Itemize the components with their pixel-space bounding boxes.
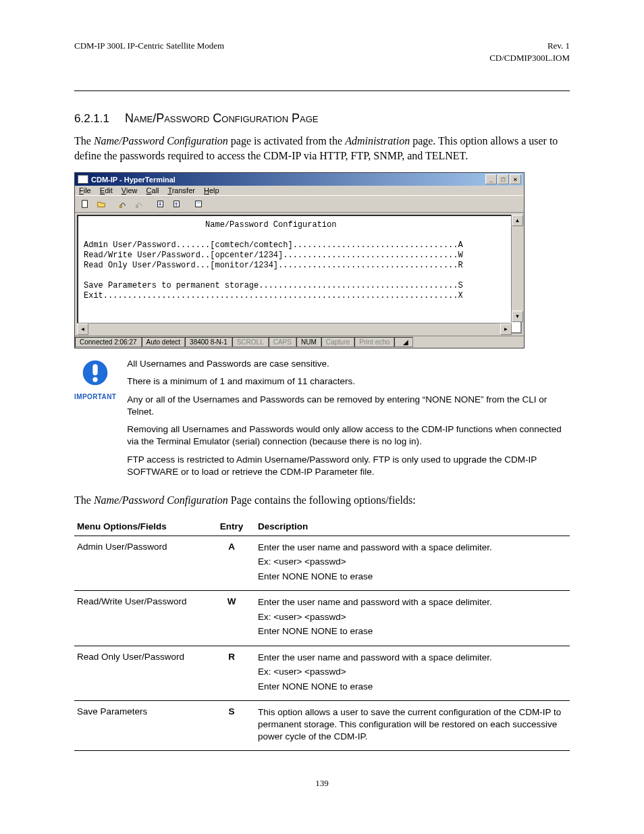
followup-paragraph: The Name/Password Configuration Page con… xyxy=(74,493,570,508)
menu-call[interactable]: Call xyxy=(146,186,159,194)
section-title: Name/Password Configuration Page xyxy=(125,111,319,125)
resize-grip-icon[interactable]: ◢ xyxy=(394,337,413,347)
col-entry: Entry xyxy=(212,517,255,536)
status-echo: Print echo xyxy=(354,337,394,347)
close-button[interactable]: × xyxy=(510,174,521,184)
cell-desc: Enter the user name and password with a … xyxy=(255,591,570,646)
svg-point-9 xyxy=(92,377,97,382)
status-num: NUM xyxy=(296,337,321,347)
status-scroll: SCROLL xyxy=(232,337,269,347)
window-title: CDM-IP - HyperTerminal xyxy=(91,176,176,184)
header-right-2: CD/CDMIP300L.IOM xyxy=(74,53,570,63)
cell-entry: W xyxy=(212,591,255,646)
scroll-up-icon[interactable]: ▲ xyxy=(512,215,523,226)
svg-rect-2 xyxy=(136,206,138,208)
scroll-left-icon[interactable]: ◄ xyxy=(77,323,88,335)
menubar: File Edit View Call Transfer Help xyxy=(75,186,524,195)
menu-view[interactable]: View xyxy=(122,186,138,194)
important-label: IMPORTANT xyxy=(74,392,116,402)
disconnect-icon[interactable] xyxy=(132,197,146,211)
vertical-scrollbar[interactable]: ▲ ▼ xyxy=(511,215,522,322)
cell-menu: Save Parameters xyxy=(74,701,212,751)
svg-rect-6 xyxy=(196,203,200,204)
header-left: CDM-IP 300L IP-Centric Satellite Modem xyxy=(74,41,224,51)
note-p2: There is a minimum of 1 and maximum of 1… xyxy=(127,375,570,388)
svg-rect-0 xyxy=(82,201,88,208)
cell-desc: Enter the user name and password with a … xyxy=(255,646,570,701)
scroll-right-icon[interactable]: ► xyxy=(500,323,512,335)
svg-rect-8 xyxy=(92,364,97,375)
menu-file[interactable]: File xyxy=(79,186,91,194)
col-desc: Description xyxy=(255,517,570,536)
properties-icon[interactable] xyxy=(191,197,206,211)
intro-paragraph: The Name/Password Configuration page is … xyxy=(74,134,570,163)
cell-desc: Enter the user name and password with a … xyxy=(255,536,570,591)
horizontal-scrollbar[interactable]: ◄ ► xyxy=(77,323,512,334)
cell-menu: Read/Write User/Password xyxy=(74,591,212,646)
header-right: Rev. 1 xyxy=(547,41,570,51)
titlebar: CDM-IP - HyperTerminal _ □ × xyxy=(75,173,524,186)
cell-menu: Read Only User/Password xyxy=(74,646,212,701)
terminal-area[interactable]: Name/Password Configuration Admin User/P… xyxy=(77,215,522,334)
open-icon[interactable] xyxy=(94,197,109,211)
note-p1: All Usernames and Passwords are case sen… xyxy=(127,358,570,370)
status-detect: Auto detect xyxy=(142,337,186,347)
section-heading: 6.2.1.1 Name/Password Configuration Page xyxy=(74,111,570,126)
new-icon[interactable] xyxy=(78,197,92,211)
status-connected: Connected 2:06:27 xyxy=(75,337,142,347)
cell-menu: Admin User/Password xyxy=(74,536,212,591)
menu-edit[interactable]: Edit xyxy=(100,186,113,194)
page-number: 139 xyxy=(74,778,570,789)
status-caps: CAPS xyxy=(269,337,296,347)
note-p4: Removing all Usernames and Passwords wou… xyxy=(127,423,570,448)
connect-icon[interactable] xyxy=(115,197,130,211)
minimize-button[interactable]: _ xyxy=(485,174,497,184)
cell-entry: S xyxy=(212,701,255,751)
hyperterminal-window: CDM-IP - HyperTerminal _ □ × File Edit V… xyxy=(74,172,525,348)
table-row: Read Only User/PasswordREnter the user n… xyxy=(74,646,570,701)
send-icon[interactable] xyxy=(153,197,168,211)
header-rule xyxy=(74,90,570,91)
note-p3: Any or all of the Usernames and Password… xyxy=(127,394,570,418)
svg-rect-1 xyxy=(120,206,122,208)
system-icon xyxy=(78,175,88,184)
status-capture: Capture xyxy=(321,337,355,347)
status-bar: Connected 2:06:27 Auto detect 38400 8-N-… xyxy=(75,336,524,348)
important-icon xyxy=(80,358,110,388)
options-table: Menu Options/Fields Entry Description Ad… xyxy=(74,517,570,752)
cell-entry: R xyxy=(212,646,255,701)
menu-transfer[interactable]: Transfer xyxy=(167,186,195,194)
menu-help[interactable]: Help xyxy=(204,186,219,194)
maximize-button[interactable]: □ xyxy=(498,174,509,184)
table-row: Read/Write User/PasswordWEnter the user … xyxy=(74,591,570,646)
cell-desc: This option allows a user to save the cu… xyxy=(255,701,570,751)
receive-icon[interactable] xyxy=(169,197,184,211)
svg-rect-5 xyxy=(196,201,202,207)
cell-entry: A xyxy=(212,536,255,591)
scroll-down-icon[interactable]: ▼ xyxy=(512,311,523,322)
note-p5: FTP access is restricted to Admin Userna… xyxy=(127,454,570,478)
status-baud: 38400 8-N-1 xyxy=(185,337,232,347)
toolbar xyxy=(75,195,524,213)
important-note: IMPORTANT All Usernames and Passwords ar… xyxy=(74,358,570,484)
table-row: Admin User/PasswordAEnter the user name … xyxy=(74,536,570,591)
section-number: 6.2.1.1 xyxy=(74,112,109,125)
page-header: CDM-IP 300L IP-Centric Satellite Modem R… xyxy=(74,41,570,51)
table-row: Save ParametersSThis option allows a use… xyxy=(74,701,570,751)
col-menu: Menu Options/Fields xyxy=(74,517,212,536)
